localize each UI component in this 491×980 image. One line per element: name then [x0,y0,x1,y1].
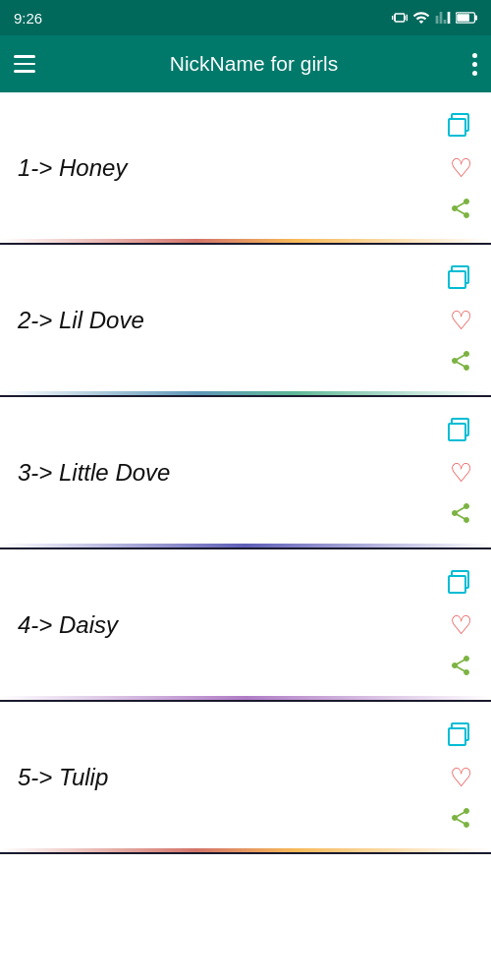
svg-rect-1 [474,15,477,20]
share-icon [449,349,472,376]
status-bar: 9:26 [0,0,491,35]
share-button[interactable] [440,498,481,532]
app-title: NickName for girls [53,52,455,76]
nickname-list: 1-> Honey ♡ [0,92,491,854]
copy-button[interactable] [440,719,481,752]
like-button[interactable]: ♡ [440,761,481,794]
menu-button[interactable] [14,55,35,73]
nickname-label: 4-> Daisy [18,611,440,639]
copy-icon [448,265,473,291]
copy-button[interactable] [440,566,481,600]
heart-icon: ♡ [450,155,472,181]
nickname-label: 1-> Honey [18,154,440,182]
vibrate-icon [392,9,408,27]
share-icon [449,806,472,834]
like-button[interactable]: ♡ [440,608,481,642]
like-button[interactable]: ♡ [440,151,481,185]
nickname-label: 5-> Tulip [18,764,440,791]
nickname-actions: ♡ [440,566,491,684]
nickname-actions: ♡ [440,109,491,227]
signal-icon [435,9,451,27]
nickname-label: 2-> Lil Dove [18,307,440,334]
like-button[interactable]: ♡ [440,304,481,337]
nickname-actions: ♡ [440,414,491,532]
share-button[interactable] [440,194,481,227]
copy-icon [448,418,473,443]
copy-icon [448,113,473,139]
list-item: 2-> Lil Dove ♡ [0,245,491,397]
wifi-icon [412,9,430,27]
list-item: 3-> Little Dove ♡ [0,397,491,549]
more-options-button[interactable] [472,53,477,76]
battery-icon [456,11,477,25]
heart-icon: ♡ [450,460,472,486]
status-icons [392,9,477,27]
svg-rect-2 [457,14,469,22]
list-item: 1-> Honey ♡ [0,92,491,245]
copy-icon [448,722,473,748]
copy-button[interactable] [440,109,481,143]
nickname-actions: ♡ [440,719,491,836]
share-button[interactable] [440,803,481,836]
status-time: 9:26 [14,10,42,27]
copy-button[interactable] [440,261,481,295]
nickname-actions: ♡ [440,261,491,379]
share-icon [449,501,472,529]
list-item: 4-> Daisy ♡ [0,549,491,702]
heart-icon: ♡ [450,308,472,333]
app-bar: NickName for girls [0,35,491,92]
nickname-label: 3-> Little Dove [18,459,440,487]
copy-button[interactable] [440,414,481,447]
like-button[interactable]: ♡ [440,456,481,490]
list-item: 5-> Tulip ♡ [0,702,491,854]
copy-icon [448,570,473,596]
share-icon [449,654,472,681]
share-button[interactable] [440,346,481,379]
heart-icon: ♡ [450,612,472,638]
share-icon [449,197,472,224]
heart-icon: ♡ [450,765,472,790]
share-button[interactable] [440,651,481,684]
